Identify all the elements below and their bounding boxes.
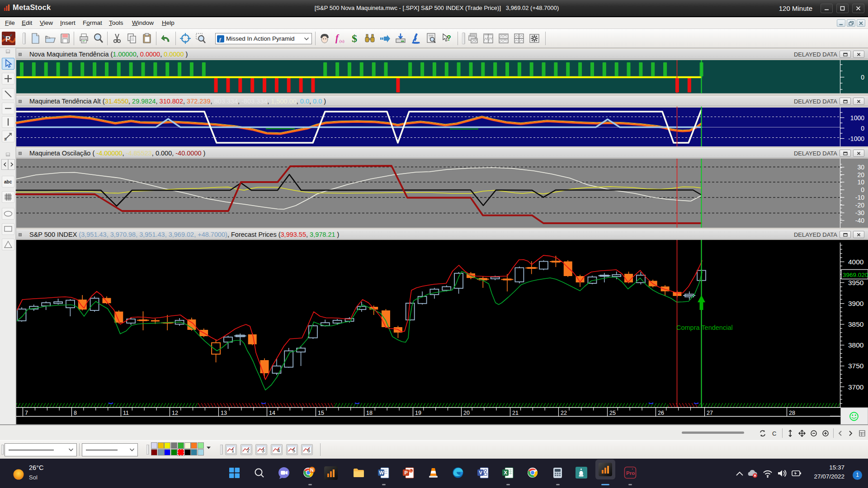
svg-text:1: 1 — [231, 448, 234, 453]
svg-text:21: 21 — [512, 410, 519, 416]
svg-text:4: 4 — [277, 448, 280, 453]
svg-text:25: 25 — [609, 410, 616, 416]
svg-text:13: 13 — [221, 410, 227, 416]
svg-text:V: V — [479, 470, 483, 475]
svg-text:0: 0 — [861, 74, 864, 81]
svg-text:N: N — [310, 467, 314, 473]
svg-text:12: 12 — [172, 410, 178, 416]
svg-text:3950: 3950 — [848, 279, 864, 286]
svg-text:X: X — [504, 470, 508, 475]
svg-text:20: 20 — [463, 410, 470, 416]
svg-text:19: 19 — [415, 410, 421, 416]
svg-text:15: 15 — [318, 410, 324, 416]
svg-text:30: 30 — [857, 164, 864, 171]
svg-text:$: $ — [352, 33, 357, 44]
svg-text:27: 27 — [707, 410, 713, 416]
svg-text:(x): (x) — [340, 39, 344, 43]
svg-text:3850: 3850 — [848, 320, 864, 328]
svg-text:3900: 3900 — [848, 300, 864, 307]
svg-text:22: 22 — [561, 410, 567, 416]
svg-text:f: f — [335, 33, 340, 43]
svg-text:P: P — [405, 470, 408, 475]
svg-text:4000: 4000 — [848, 258, 864, 266]
svg-text:W: W — [379, 470, 384, 475]
svg-text:14: 14 — [269, 410, 275, 416]
svg-text:26: 26 — [658, 410, 664, 416]
svg-text:0: 0 — [861, 186, 864, 193]
svg-text:6: 6 — [307, 448, 310, 453]
svg-text:8: 8 — [74, 410, 77, 416]
svg-text:Pro: Pro — [626, 470, 635, 476]
svg-text:3700: 3700 — [848, 383, 864, 391]
svg-text:C: C — [772, 430, 776, 437]
svg-text:-40: -40 — [855, 217, 864, 224]
svg-text:10: 10 — [857, 178, 864, 186]
svg-text:Compra Tendencial: Compra Tendencial — [676, 324, 733, 331]
svg-text:P: P — [5, 35, 10, 43]
svg-text:3969.020: 3969.020 — [843, 272, 868, 278]
svg-text:7: 7 — [25, 410, 28, 416]
svg-text:28: 28 — [789, 410, 795, 416]
svg-text:20: 20 — [857, 171, 864, 178]
svg-text:-20: -20 — [855, 202, 864, 209]
svg-text:3: 3 — [262, 448, 264, 453]
svg-text:5: 5 — [292, 448, 295, 453]
svg-text:-1000: -1000 — [848, 135, 864, 142]
svg-text:11: 11 — [123, 410, 129, 416]
svg-text:3750: 3750 — [848, 362, 864, 370]
svg-text:-10: -10 — [855, 194, 864, 201]
svg-text:?: ? — [447, 34, 451, 42]
svg-text:1000: 1000 — [850, 114, 864, 122]
svg-text:18: 18 — [366, 410, 373, 416]
svg-text:0: 0 — [861, 125, 864, 132]
svg-text:3800: 3800 — [848, 341, 864, 349]
svg-text:2: 2 — [247, 448, 250, 453]
svg-text:-30: -30 — [855, 209, 864, 216]
